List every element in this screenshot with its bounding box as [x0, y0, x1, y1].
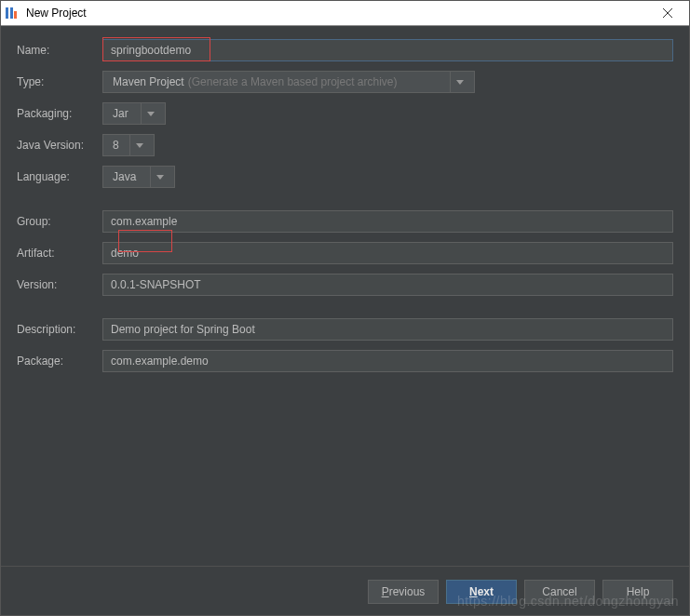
window-title: New Project: [26, 7, 651, 20]
label-description: Description:: [17, 323, 102, 336]
row-packaging: Packaging: Jar: [17, 102, 673, 125]
chevron-down-icon: [129, 135, 148, 155]
row-name: Name:: [17, 39, 673, 61]
package-input[interactable]: [102, 350, 673, 372]
row-package: Package:: [17, 350, 673, 372]
form-content: Name: Type: Maven Project (Generate a Ma…: [0, 26, 690, 395]
row-description: Description:: [17, 318, 673, 341]
label-package: Package:: [17, 355, 102, 368]
row-language: Language: Java: [17, 166, 673, 188]
row-group: Group:: [17, 210, 673, 233]
chevron-down-icon: [450, 72, 468, 92]
artifact-input[interactable]: [102, 242, 673, 264]
java-version-value: 8: [113, 139, 119, 152]
titlebar: New Project: [0, 0, 690, 26]
type-value: Maven Project: [113, 75, 184, 88]
chevron-down-icon: [141, 103, 159, 124]
label-language: Language:: [17, 170, 102, 183]
previous-button[interactable]: Previous: [368, 580, 439, 604]
label-type: Type:: [17, 75, 102, 88]
type-hint: (Generate a Maven based project archive): [188, 75, 398, 88]
label-artifact: Artifact:: [17, 247, 102, 260]
name-input[interactable]: [102, 39, 673, 61]
language-dropdown[interactable]: Java: [102, 166, 175, 188]
close-button[interactable]: [651, 0, 684, 25]
group-input[interactable]: [102, 210, 673, 233]
label-version: Version:: [17, 278, 102, 291]
row-artifact: Artifact:: [17, 242, 673, 264]
row-version: Version:: [17, 274, 673, 296]
chevron-down-icon: [150, 167, 169, 187]
java-version-dropdown[interactable]: 8: [102, 134, 155, 156]
label-name: Name:: [17, 44, 102, 57]
language-value: Java: [113, 170, 136, 183]
label-packaging: Packaging:: [17, 107, 102, 120]
svg-rect-0: [6, 7, 8, 19]
type-dropdown[interactable]: Maven Project (Generate a Maven based pr…: [102, 71, 475, 93]
watermark-text: https://blog.csdn.net/dongzhongyan: [457, 594, 679, 609]
packaging-dropdown[interactable]: Jar: [102, 102, 166, 125]
app-icon: [6, 6, 20, 20]
row-java-version: Java Version: 8: [17, 134, 673, 156]
version-input[interactable]: [102, 274, 673, 296]
packaging-value: Jar: [113, 107, 129, 120]
label-java-version: Java Version:: [17, 139, 102, 152]
svg-rect-1: [10, 7, 13, 19]
row-type: Type: Maven Project (Generate a Maven ba…: [17, 71, 673, 93]
svg-rect-2: [14, 11, 17, 19]
label-group: Group:: [17, 215, 102, 228]
description-input[interactable]: [102, 318, 673, 341]
